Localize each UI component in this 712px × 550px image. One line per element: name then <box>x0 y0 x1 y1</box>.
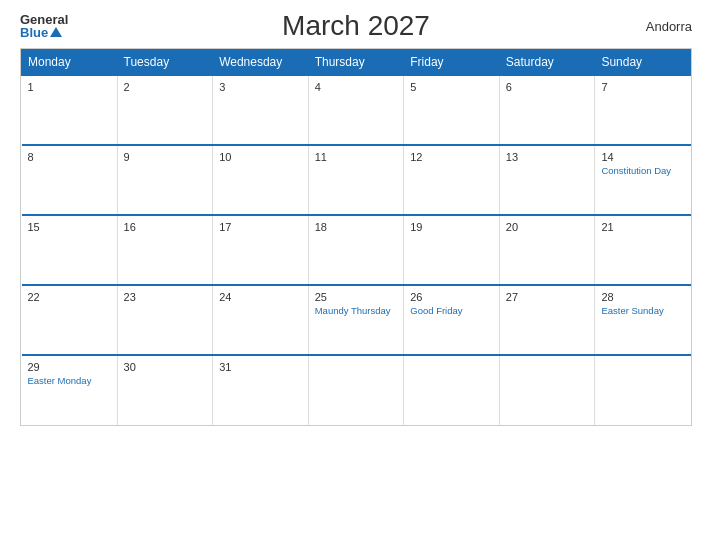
day-event: Constitution Day <box>601 165 684 177</box>
day-number: 1 <box>28 81 111 93</box>
day-cell-3-7: 21 <box>595 215 691 285</box>
day-number: 13 <box>506 151 589 163</box>
day-number: 30 <box>124 361 207 373</box>
calendar-header-row: Monday Tuesday Wednesday Thursday Friday… <box>22 50 691 76</box>
day-number: 28 <box>601 291 684 303</box>
day-number: 21 <box>601 221 684 233</box>
day-number: 31 <box>219 361 302 373</box>
day-number: 9 <box>124 151 207 163</box>
day-cell-2-6: 13 <box>499 145 595 215</box>
week-row-1: 1234567 <box>22 75 691 145</box>
day-number: 5 <box>410 81 493 93</box>
day-cell-2-2: 9 <box>117 145 213 215</box>
weekday-sunday: Sunday <box>595 50 691 76</box>
day-cell-4-3: 24 <box>213 285 309 355</box>
day-cell-1-4: 4 <box>308 75 404 145</box>
day-number: 8 <box>28 151 111 163</box>
day-number: 2 <box>124 81 207 93</box>
day-cell-5-5 <box>404 355 500 425</box>
day-event: Easter Sunday <box>601 305 684 317</box>
day-event: Maundy Thursday <box>315 305 398 317</box>
day-number: 22 <box>28 291 111 303</box>
week-row-3: 15161718192021 <box>22 215 691 285</box>
day-cell-2-4: 11 <box>308 145 404 215</box>
day-cell-1-6: 6 <box>499 75 595 145</box>
weekday-friday: Friday <box>404 50 500 76</box>
day-number: 25 <box>315 291 398 303</box>
day-cell-3-2: 16 <box>117 215 213 285</box>
day-cell-2-5: 12 <box>404 145 500 215</box>
logo-blue-text: Blue <box>20 26 48 39</box>
day-cell-3-5: 19 <box>404 215 500 285</box>
week-row-4: 22232425Maundy Thursday26Good Friday2728… <box>22 285 691 355</box>
day-cell-1-1: 1 <box>22 75 118 145</box>
day-number: 7 <box>601 81 684 93</box>
weekday-thursday: Thursday <box>308 50 404 76</box>
weekday-tuesday: Tuesday <box>117 50 213 76</box>
day-number: 19 <box>410 221 493 233</box>
day-number: 12 <box>410 151 493 163</box>
week-row-2: 891011121314Constitution Day <box>22 145 691 215</box>
day-number: 10 <box>219 151 302 163</box>
day-cell-3-1: 15 <box>22 215 118 285</box>
calendar-header: General Blue March 2027 Andorra <box>20 10 692 42</box>
day-number: 4 <box>315 81 398 93</box>
day-cell-2-7: 14Constitution Day <box>595 145 691 215</box>
calendar-title: March 2027 <box>100 10 612 42</box>
day-event: Easter Monday <box>28 375 111 387</box>
day-cell-1-3: 3 <box>213 75 309 145</box>
day-cell-5-4 <box>308 355 404 425</box>
weekday-wednesday: Wednesday <box>213 50 309 76</box>
day-number: 29 <box>28 361 111 373</box>
day-cell-5-1: 29Easter Monday <box>22 355 118 425</box>
day-cell-5-2: 30 <box>117 355 213 425</box>
logo: General Blue <box>20 13 100 39</box>
day-number: 11 <box>315 151 398 163</box>
day-number: 17 <box>219 221 302 233</box>
day-number: 3 <box>219 81 302 93</box>
day-number: 24 <box>219 291 302 303</box>
day-cell-1-5: 5 <box>404 75 500 145</box>
day-cell-4-7: 28Easter Sunday <box>595 285 691 355</box>
day-number: 15 <box>28 221 111 233</box>
calendar-table: Monday Tuesday Wednesday Thursday Friday… <box>21 49 691 425</box>
day-cell-3-4: 18 <box>308 215 404 285</box>
day-number: 6 <box>506 81 589 93</box>
day-cell-3-3: 17 <box>213 215 309 285</box>
week-row-5: 29Easter Monday3031 <box>22 355 691 425</box>
day-cell-2-1: 8 <box>22 145 118 215</box>
day-cell-5-6 <box>499 355 595 425</box>
day-cell-5-3: 31 <box>213 355 309 425</box>
weekday-monday: Monday <box>22 50 118 76</box>
logo-triangle-icon <box>50 27 62 37</box>
day-number: 16 <box>124 221 207 233</box>
day-cell-4-1: 22 <box>22 285 118 355</box>
day-cell-4-4: 25Maundy Thursday <box>308 285 404 355</box>
day-cell-4-2: 23 <box>117 285 213 355</box>
day-cell-1-7: 7 <box>595 75 691 145</box>
weekday-saturday: Saturday <box>499 50 595 76</box>
day-event: Good Friday <box>410 305 493 317</box>
day-cell-1-2: 2 <box>117 75 213 145</box>
day-cell-2-3: 10 <box>213 145 309 215</box>
calendar-body: 1234567891011121314Constitution Day15161… <box>22 75 691 425</box>
day-number: 23 <box>124 291 207 303</box>
day-cell-3-6: 20 <box>499 215 595 285</box>
calendar-container: Monday Tuesday Wednesday Thursday Friday… <box>20 48 692 426</box>
day-number: 26 <box>410 291 493 303</box>
country-label: Andorra <box>612 19 692 34</box>
day-cell-5-7 <box>595 355 691 425</box>
day-cell-4-6: 27 <box>499 285 595 355</box>
day-number: 14 <box>601 151 684 163</box>
day-number: 18 <box>315 221 398 233</box>
day-number: 20 <box>506 221 589 233</box>
day-cell-4-5: 26Good Friday <box>404 285 500 355</box>
day-number: 27 <box>506 291 589 303</box>
